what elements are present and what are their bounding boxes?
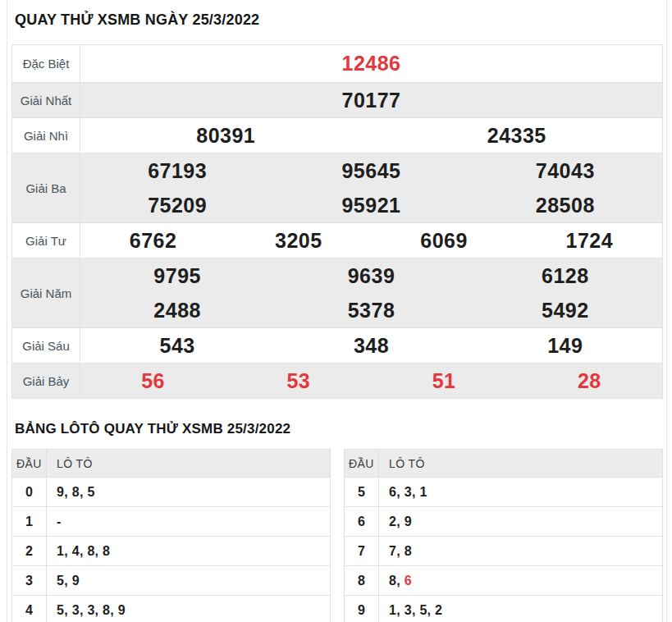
loto-row: 5 6, 3, 1 xyxy=(345,478,663,507)
loto-row: 9 1, 3, 5, 2 xyxy=(345,596,663,622)
loto-table-right: ĐẦU LÔ TÔ 5 6, 3, 1 6 2, 9 7 7, 8 xyxy=(344,449,663,622)
loto-values-cell: - xyxy=(47,507,331,537)
loto-values-cell: 9, 8, 5 xyxy=(47,478,331,507)
prize-number: 9795 xyxy=(80,266,274,286)
loto-values-cell: 5, 9 xyxy=(47,566,331,596)
loto-header-row: ĐẦU LÔ TÔ xyxy=(345,450,663,478)
loto-value-red: 6 xyxy=(405,574,412,588)
loto-row: 3 5, 9 xyxy=(12,566,331,596)
results-table: Đặc Biệt 12486 Giải Nhất 70177 Giải Nhì xyxy=(11,44,663,399)
prize-number: 95645 xyxy=(274,161,468,181)
prize-number: 2488 xyxy=(80,300,274,321)
loto-values-cell: 2, 9 xyxy=(379,507,663,537)
prize-number: 51 xyxy=(372,371,517,391)
dau-cell: 6 xyxy=(345,507,379,537)
prize-number: 70177 xyxy=(80,90,662,111)
loto-header-values: LÔ TÔ xyxy=(47,450,331,478)
loto-header-row: ĐẦU LÔ TÔ xyxy=(12,450,331,478)
prize-numbers-line: 56 53 51 28 xyxy=(80,364,662,398)
prize-label: Giải Sáu xyxy=(12,328,80,364)
prize-number: 80391 xyxy=(80,126,372,146)
loto-row: 4 5, 3, 3, 8, 9 xyxy=(12,596,331,622)
prize-number: 53 xyxy=(226,371,371,391)
prize-number: 1724 xyxy=(517,231,662,251)
loto-header-dau: ĐẦU xyxy=(12,450,47,478)
dau-cell: 1 xyxy=(12,507,47,537)
prize-number: 3205 xyxy=(226,231,371,251)
prize-numbers-line: 12486 xyxy=(80,45,662,82)
loto-values-cell: 6, 3, 1 xyxy=(379,478,663,507)
loto-row: 0 9, 8, 5 xyxy=(12,478,331,507)
prize-label: Đặc Biệt xyxy=(12,45,80,83)
prize-number: 5492 xyxy=(469,300,662,321)
dau-cell: 4 xyxy=(12,596,47,622)
dau-cell: 9 xyxy=(345,596,379,622)
loto-table-left: ĐẦU LÔ TÔ 0 9, 8, 5 1 - 2 1, 4, 8, 8 xyxy=(11,449,331,622)
prize-number: 12486 xyxy=(80,53,662,74)
loto-row: 8 8, 6 xyxy=(345,566,663,596)
prize-row-giai-nhat: Giải Nhất 70177 xyxy=(12,83,663,118)
loto-row: 1 - xyxy=(12,507,331,537)
loto-values-cell: 1, 4, 8, 8 xyxy=(47,537,331,566)
prize-row-giai-sau: Giải Sáu 543 348 149 xyxy=(12,328,663,364)
prize-row-giai-nhi: Giải Nhì 80391 24335 xyxy=(12,118,663,153)
prize-number: 28508 xyxy=(469,195,662,216)
prize-numbers-line: 67193 95645 74043 xyxy=(80,153,662,188)
prize-label: Giải Năm xyxy=(12,258,80,328)
loto-title: BẢNG LÔTÔ QUAY THỬ XSMB 25/3/2022 xyxy=(11,399,663,448)
main-content: QUAY THỬ XSMB NGÀY 25/3/2022 Đặc Biệt 12… xyxy=(7,0,667,622)
prize-numbers-line: 2488 5378 5492 xyxy=(80,293,662,327)
prize-number: 24335 xyxy=(372,126,663,146)
loto-values-cell: 8, 6 xyxy=(379,566,663,596)
loto-header-dau: ĐẦU xyxy=(345,450,379,478)
prize-number: 6128 xyxy=(469,266,662,286)
loto-row: 7 7, 8 xyxy=(345,537,663,566)
prize-row-dac-biet: Đặc Biệt 12486 xyxy=(12,45,663,83)
prize-label: Giải Nhì xyxy=(12,118,80,153)
prize-number: 6069 xyxy=(372,231,517,251)
prize-number: 149 xyxy=(469,336,662,356)
prize-numbers-line: 9795 9639 6128 xyxy=(80,258,662,293)
prize-numbers-line: 70177 xyxy=(80,83,662,117)
prize-number: 67193 xyxy=(80,161,274,181)
prize-label: Giải Bảy xyxy=(12,364,80,399)
dau-cell: 0 xyxy=(12,478,47,507)
prize-numbers-line: 80391 24335 xyxy=(80,118,662,153)
loto-value-black: 8, xyxy=(389,574,405,588)
prize-number: 75209 xyxy=(80,195,274,216)
loto-row: 6 2, 9 xyxy=(345,507,663,537)
prize-number: 348 xyxy=(274,336,468,356)
loto-values-cell: 5, 3, 3, 8, 9 xyxy=(47,596,331,622)
prize-number: 74043 xyxy=(469,161,662,181)
loto-tables: ĐẦU LÔ TÔ 0 9, 8, 5 1 - 2 1, 4, 8, 8 xyxy=(11,449,663,622)
loto-header-values: LÔ TÔ xyxy=(379,450,663,478)
dau-cell: 2 xyxy=(12,537,47,566)
dau-cell: 7 xyxy=(345,537,379,566)
prize-number: 56 xyxy=(80,371,226,391)
loto-values-cell: 7, 8 xyxy=(379,537,663,566)
prize-label: Giải Nhất xyxy=(12,83,80,118)
page-title: QUAY THỬ XSMB NGÀY 25/3/2022 xyxy=(11,0,663,44)
prize-number: 5378 xyxy=(274,300,468,321)
prize-number: 6762 xyxy=(80,231,226,251)
loto-values-cell: 1, 3, 5, 2 xyxy=(379,596,663,622)
dau-cell: 8 xyxy=(345,566,379,596)
prize-numbers-line: 543 348 149 xyxy=(80,328,662,363)
prize-number: 95921 xyxy=(274,195,468,216)
prize-number: 9639 xyxy=(274,266,468,286)
dau-cell: 3 xyxy=(12,566,47,596)
prize-numbers-line: 6762 3205 6069 1724 xyxy=(80,223,662,258)
prize-label: Giải Tư xyxy=(12,223,80,258)
loto-row: 2 1, 4, 8, 8 xyxy=(12,537,331,566)
prize-row-giai-ba: Giải Ba 67193 95645 74043 75209 95921 28… xyxy=(12,153,663,223)
prize-row-giai-tu: Giải Tư 6762 3205 6069 1724 xyxy=(12,223,663,258)
prize-numbers-line: 75209 95921 28508 xyxy=(80,188,662,222)
dau-cell: 5 xyxy=(345,478,379,507)
prize-number: 28 xyxy=(517,371,662,391)
prize-number: 543 xyxy=(80,336,274,356)
prize-row-giai-nam: Giải Năm 9795 9639 6128 2488 5378 5492 xyxy=(12,258,663,328)
prize-label: Giải Ba xyxy=(12,153,80,223)
prize-row-giai-bay: Giải Bảy 56 53 51 28 xyxy=(12,364,663,399)
